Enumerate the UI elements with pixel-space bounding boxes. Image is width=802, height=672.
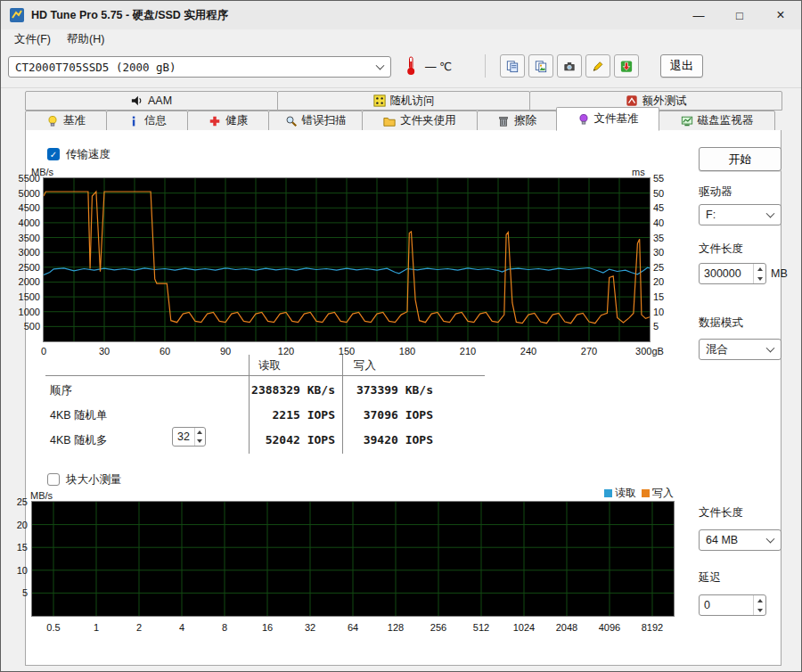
window-controls: — □ × [678,1,801,29]
benchmark-icon [46,115,59,127]
tab-file-benchmark-label: 文件基准 [594,111,639,127]
tab-aam[interactable]: AAM [25,91,278,111]
menu-item-file[interactable]: 文件(F) [6,30,59,49]
y-axis-unit-left: MB/s [31,167,53,177]
file-length-spinner[interactable]: 300000 [699,263,766,284]
tab-random-access[interactable]: 随机访问 [277,91,530,111]
spin-down-button[interactable] [754,605,765,615]
chevron-down-icon [766,535,775,544]
random-multi-read-value: 52042 IOPS [231,433,335,447]
transfer-speed-checkbox[interactable]: ✓ [47,148,60,160]
download-icon [620,60,633,72]
tab-erase[interactable]: 擦除 [477,111,557,131]
spin-down-button[interactable] [195,437,205,446]
tab-benchmark-label: 基准 [63,113,86,128]
queue-depth-value: 32 [173,428,194,446]
table-divider-horizontal [45,375,485,376]
trash-icon [497,115,510,127]
block-size-label: 块大小测量 [66,472,122,488]
check-update-button[interactable] [614,54,639,78]
y-axis-unit-right: ms [632,167,645,177]
maximize-button[interactable]: □ [719,1,760,29]
chevron-down-icon [766,209,775,218]
device-select-value: CT2000T705SSD5 (2000 gB) [15,61,176,74]
file-length-unit: MB [771,267,788,280]
spin-up-button[interactable] [754,595,765,605]
tab-health-label: 健康 [225,113,248,128]
legend-write-swatch [642,489,650,497]
minimize-button[interactable]: — [678,1,719,29]
check-icon: ✓ [50,150,57,160]
row-label-4k-random-single: 4KB 随机单 [50,408,108,423]
transfer-speed-plot [44,178,650,341]
spinner-arrows [753,595,765,615]
transfer-speed-chart [43,177,651,342]
close-button[interactable]: × [760,1,801,29]
tab-extra-tests-label: 额外测试 [642,94,687,109]
tab-disk-monitor-label: 磁盘监视器 [698,113,754,128]
row-label-4k-random-multi: 4KB 随机多 [50,433,108,448]
random-single-read-value: 2215 IOPS [231,408,335,422]
copy-image-icon [535,60,547,72]
delay-value: 0 [700,595,753,615]
tab-file-benchmark[interactable]: 文件基准 [556,107,659,131]
speaker-icon [131,94,143,107]
save-results-button[interactable] [585,54,610,78]
extra-tests-icon [626,94,638,107]
file-benchmark-icon [577,113,590,126]
exit-button[interactable]: 退出 [660,54,703,78]
dice-icon [373,94,386,107]
sequential-write-value: 373399 KB/s [329,383,433,397]
tab-health[interactable]: 健康 [187,111,269,131]
random-single-write-value: 37096 IOPS [329,408,433,422]
tab-benchmark[interactable]: 基准 [25,111,107,131]
copy-image-button[interactable] [528,54,553,78]
spin-up-button[interactable] [195,428,205,437]
sequential-read-value: 2388329 KB/s [231,383,335,397]
block-size-checkbox[interactable] [47,473,60,486]
health-cross-icon [209,115,221,127]
app-window: HD Tune Pro 5.75 - 硬盘/SSD 实用程序 — □ × 文件(… [0,0,802,672]
temperature-value: — ℃ [425,60,452,73]
tab-error-scan[interactable]: 错误扫描 [268,111,363,131]
tab-disk-monitor[interactable]: 磁盘监视器 [659,111,775,131]
delay-spinner[interactable]: 0 [699,594,766,616]
menu-item-help[interactable]: 帮助(H) [59,30,112,49]
tab-random-access-label: 随机访问 [390,94,435,109]
toolbar-divider [1,87,802,88]
copy-text-button[interactable] [500,54,525,78]
screenshot-button[interactable] [557,54,582,78]
tab-row-bottom: 基准 信息 健康 错误扫描 文件夹使用 [25,111,782,131]
drive-label: 驱动器 [699,184,732,200]
chevron-down-icon [766,344,775,353]
tab-info[interactable]: 信息 [106,111,188,131]
queue-depth-spinner[interactable]: 32 [172,427,206,447]
legend-write-label: 写入 [652,486,674,501]
camera-icon [563,60,576,72]
legend-read-label: 读取 [615,486,636,501]
start-button[interactable]: 开始 [699,147,782,171]
drive-select-value: F: [706,209,716,221]
spin-up-button[interactable] [754,264,765,274]
legend-read: 读取 [604,486,636,501]
file-length2-label: 文件长度 [699,505,743,520]
data-mode-label: 数据模式 [699,316,743,331]
chevron-down-icon [376,61,385,70]
folder-icon [383,115,396,127]
save-icon [592,60,604,72]
device-select[interactable]: CT2000T705SSD5 (2000 gB) [8,56,391,78]
transfer-speed-label: 传输速度 [66,147,110,162]
file-length2-select[interactable]: 64 MB [699,529,782,551]
spin-down-button[interactable] [754,274,765,283]
file-length-value: 300000 [700,264,753,283]
tab-row-top: AAM 随机访问 额外测试 [25,91,782,111]
block-size-chart [31,501,675,617]
drive-select[interactable]: F: [699,204,782,225]
tab-folder-usage-label: 文件夹使用 [400,113,456,128]
column-header-write: 写入 [354,358,376,373]
data-mode-select[interactable]: 混合 [699,339,782,360]
block-size-plot [32,502,674,616]
thermometer-icon [404,54,418,80]
tab-folder-usage[interactable]: 文件夹使用 [362,111,478,131]
tab-error-scan-label: 错误扫描 [302,113,347,128]
